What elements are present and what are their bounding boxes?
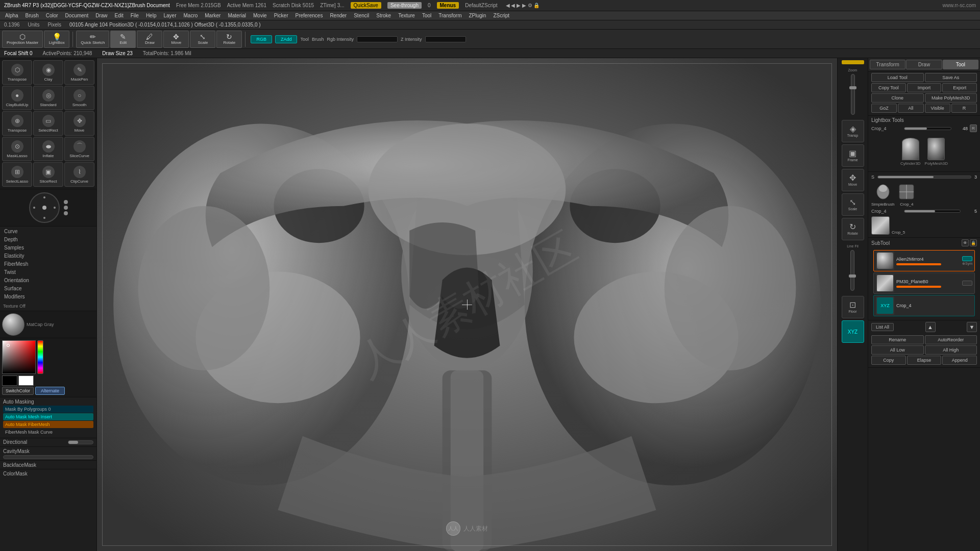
rotate-btn[interactable]: ↻ Rotate — [216, 31, 242, 48]
zoom-slider[interactable] — [851, 74, 855, 115]
dot-nav-2[interactable] — [64, 206, 68, 210]
zadd-btn[interactable]: ZAdd — [275, 35, 298, 43]
crop-r-btn[interactable]: R — [970, 124, 977, 132]
menu-picker[interactable]: Picker — [271, 12, 291, 19]
auto-mask-fibermesh-btn[interactable]: Auto Mask FiberMesh — [3, 421, 93, 428]
all-high-btn[interactable]: All High — [925, 345, 977, 355]
rs-rotate-btn[interactable]: ↻ Rotate — [842, 218, 864, 240]
load-tool-btn[interactable]: Load Tool — [871, 73, 924, 82]
menu-brush[interactable]: Brush — [22, 12, 42, 19]
transp-btn[interactable]: ◈ Transp — [842, 120, 864, 142]
save-as-btn[interactable]: Save As — [925, 73, 977, 82]
rgb-intensity-slider[interactable] — [357, 36, 398, 42]
brush-selectrect[interactable]: ▭ SelectRect — [33, 111, 63, 136]
menu-stroke[interactable]: Stroke — [373, 12, 394, 19]
brush-transpose2[interactable]: ⊕ Transpose — [2, 111, 32, 136]
quicksave-button[interactable]: QuickSave — [351, 2, 381, 9]
menu-marker[interactable]: Marker — [202, 12, 224, 19]
subtool-item-1[interactable]: PM30_PlaneB0 — [873, 272, 975, 294]
menu-edit[interactable]: Edit — [112, 12, 127, 19]
alternate-button[interactable]: Alternate — [35, 387, 65, 395]
scale-btn[interactable]: ⤡ Scale — [190, 31, 215, 48]
frame-btn[interactable]: ▣ Frame — [842, 144, 864, 167]
arrow-up-btn[interactable]: ▲ — [925, 322, 936, 332]
brush-maskpen[interactable]: ✎ MaskPen — [64, 60, 94, 85]
hue-slider[interactable] — [37, 340, 43, 374]
subtool-eye-indicator-1[interactable] — [962, 281, 972, 286]
menu-macro[interactable]: Macro — [180, 12, 201, 19]
menu-material[interactable]: Material — [225, 12, 249, 19]
nav-arrows[interactable]: ◀ ◀ ▶ ▶ ⚙ 🔒 — [506, 3, 540, 8]
quick-sketch-btn[interactable]: ✏ Quick Sketch — [76, 31, 109, 48]
import-btn[interactable]: Import — [907, 83, 942, 92]
all-low-btn[interactable]: All Low — [871, 345, 924, 355]
brush-masklasso[interactable]: ⊙ MaskLasso — [2, 137, 32, 161]
visible-btn[interactable]: Visible — [925, 104, 950, 113]
menu-document[interactable]: Document — [62, 12, 92, 19]
rename-btn[interactable]: Rename — [871, 335, 924, 344]
color-square[interactable] — [2, 340, 36, 374]
auto-mask-mesh-insert-btn[interactable]: Auto Mask Mesh Insert — [3, 413, 93, 420]
brush-slicecurve[interactable]: ⌒ SliceCurve — [64, 137, 94, 161]
export-btn[interactable]: Export — [942, 83, 977, 92]
edit-btn[interactable]: ✎ Edit — [110, 31, 136, 48]
menu-tool[interactable]: Tool — [419, 12, 434, 19]
menu-help[interactable]: Help — [143, 12, 160, 19]
elapse-btn[interactable]: Elapse — [907, 356, 942, 365]
rs-move-btn[interactable]: ✥ Move — [842, 169, 864, 191]
prop-twist[interactable]: Twist — [2, 268, 94, 276]
brush-clipcurve[interactable]: ⌇ ClipCurve — [64, 162, 94, 187]
rgb-btn[interactable]: RGB — [251, 35, 272, 43]
menus-button[interactable]: Menus — [437, 2, 459, 9]
goz-btn[interactable]: GoZ — [871, 104, 897, 113]
brush-smooth[interactable]: ○ Smooth — [64, 86, 94, 110]
prop-fibermesh[interactable]: FiberMesh — [2, 260, 94, 268]
lightbox-btn[interactable]: 💡 LightBox — [44, 31, 69, 48]
cavitymask-slider[interactable] — [3, 455, 93, 459]
copy-btn[interactable]: Copy — [871, 356, 906, 365]
brush-slicerect[interactable]: ▣ SliceRect — [33, 162, 63, 187]
subtool-item-0[interactable]: Alien2Mirror4 ⊕Sym — [873, 250, 975, 271]
seethrough-val[interactable]: 0 — [428, 3, 431, 8]
brush-transpose[interactable]: ⬡ Transpose — [2, 60, 32, 85]
prop-elasticity[interactable]: Elasticity — [2, 252, 94, 260]
dot-nav-1[interactable] — [64, 200, 68, 204]
nav-compass[interactable] — [29, 192, 60, 223]
prop-depth[interactable]: Depth — [2, 236, 94, 243]
brush-move[interactable]: ✥ Move — [64, 111, 94, 136]
menu-draw[interactable]: Draw — [92, 12, 110, 19]
move-btn[interactable]: ✥ Move — [163, 31, 189, 48]
viewport[interactable]: 人人 人人素材 人人素材社区 — [97, 58, 837, 551]
brush-inflate[interactable]: ⬬ Inflate — [33, 137, 63, 161]
fibermesh-mask-curve-btn[interactable]: FiberMesh Mask Curve — [3, 429, 93, 436]
prop-curve[interactable]: Curve — [2, 228, 94, 235]
prop-orientation[interactable]: Orientation — [2, 277, 94, 284]
crop-slider-track[interactable] — [904, 127, 951, 130]
prop-surface[interactable]: Surface — [2, 285, 94, 292]
floor-btn[interactable]: ⊡ Floor — [842, 296, 864, 318]
subtool-item-2[interactable]: XYZ Crop_4 — [873, 295, 975, 316]
brush-clay[interactable]: ◉ Clay — [33, 60, 63, 85]
tab-tool[interactable]: Tool — [943, 60, 978, 69]
switch-color-button[interactable]: SwitchColor — [2, 387, 34, 395]
rs-scale-btn[interactable]: ⤡ Scale — [842, 193, 864, 216]
menu-render[interactable]: Render — [327, 12, 350, 19]
menu-zscript[interactable]: ZScript — [490, 12, 512, 19]
brush-standard[interactable]: ◎ Standard — [33, 86, 63, 110]
autoreorder-btn[interactable]: AutoReorder — [925, 335, 977, 344]
crop4-track[interactable] — [904, 210, 961, 213]
gyro-indicator[interactable] — [842, 60, 864, 64]
z-intensity-slider[interactable] — [425, 36, 466, 42]
menu-alpha[interactable]: Alpha — [2, 12, 21, 19]
material-sphere[interactable] — [2, 313, 24, 336]
default-script[interactable]: DefaultZScript — [465, 3, 497, 8]
brush-claybuildup[interactable]: ● ClayBuildUp — [2, 86, 32, 110]
subtool-eye-btn[interactable]: 👁 — [962, 239, 969, 246]
tab-draw[interactable]: Draw — [906, 60, 942, 69]
draw-btn[interactable]: 🖊 Draw — [137, 31, 162, 48]
list-all-btn[interactable]: List All — [871, 323, 894, 331]
menu-layer[interactable]: Layer — [160, 12, 179, 19]
menu-transform[interactable]: Transform — [435, 12, 464, 19]
menu-file[interactable]: File — [128, 12, 142, 19]
swatch-black[interactable] — [2, 375, 17, 386]
